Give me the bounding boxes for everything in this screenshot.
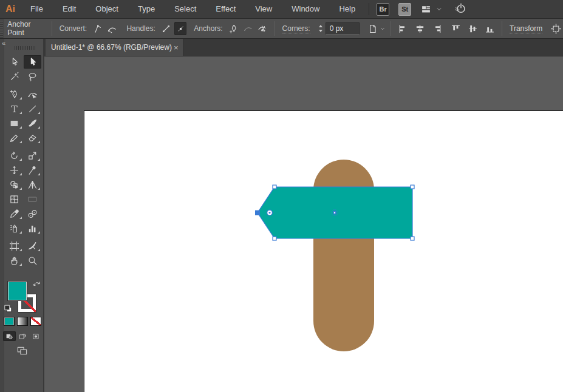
draw-normal-button[interactable]: [3, 331, 16, 341]
sign-shape[interactable]: [254, 183, 417, 242]
transform-button[interactable]: Transform: [510, 24, 542, 33]
align-vertical-center-button[interactable]: [467, 22, 479, 35]
menu-window[interactable]: Window: [282, 0, 329, 18]
corners-input[interactable]: [326, 22, 360, 35]
bridge-button[interactable]: Br: [377, 3, 389, 16]
selection-tool[interactable]: [24, 55, 41, 69]
toolbar-grip[interactable]: [15, 46, 35, 50]
workspace-switcher-button[interactable]: [420, 4, 432, 15]
rectangle-tool[interactable]: [5, 117, 23, 130]
handles-label: Handles:: [126, 24, 155, 33]
anchors-label: Anchors:: [194, 24, 222, 33]
swap-fill-stroke-icon[interactable]: [32, 280, 42, 289]
direct-selection-tool[interactable]: [5, 55, 23, 69]
corner-widget: [267, 210, 273, 215]
illustrator-window: Ai FileEditObjectTypeSelectEffectViewWin…: [0, 0, 563, 392]
perspective-grid-tool[interactable]: [24, 178, 41, 191]
pen-tool[interactable]: [5, 87, 23, 101]
divider: [275, 21, 275, 36]
paint-mode-buttons: [4, 317, 41, 326]
align-horizontal-left-button[interactable]: [397, 22, 409, 35]
align-vertical-bottom-button[interactable]: [483, 22, 496, 35]
close-icon[interactable]: ×: [172, 42, 180, 53]
document-options-button[interactable]: [367, 22, 379, 35]
document-tab-label: Untitled-1* @ 66.67% (RGB/Preview): [51, 43, 172, 52]
draw-inside-button[interactable]: [30, 331, 43, 341]
none-button[interactable]: [30, 317, 41, 326]
stepper-down-icon[interactable]: [318, 29, 324, 33]
collapse-panel-button[interactable]: «: [2, 39, 5, 47]
menubar-divider: [369, 3, 369, 15]
type-tool[interactable]: [5, 102, 23, 115]
app-logo: Ai: [0, 4, 21, 15]
menu-view[interactable]: View: [245, 0, 282, 18]
symbol-sprayer-tool[interactable]: [5, 221, 23, 235]
curvature-tool[interactable]: [24, 87, 41, 101]
align-horizontal-center-button[interactable]: [414, 22, 426, 35]
shape-builder-tool[interactable]: [5, 178, 23, 191]
stepper-up-icon[interactable]: [318, 24, 324, 29]
width-tool[interactable]: [5, 163, 23, 177]
cut-path-button[interactable]: [256, 22, 268, 35]
zoom-tool[interactable]: [24, 254, 41, 267]
paintbrush-tool[interactable]: [24, 117, 41, 130]
control-bar-grip[interactable]: [0, 19, 4, 38]
hide-handles-button[interactable]: [174, 22, 186, 35]
default-fill-stroke-icon[interactable]: [4, 304, 13, 313]
eyedropper-tool[interactable]: [5, 207, 23, 220]
slice-tool[interactable]: [24, 239, 41, 252]
gradient-button[interactable]: [17, 317, 28, 326]
remove-anchor-button: [242, 22, 254, 35]
menu-file[interactable]: File: [21, 0, 53, 18]
align-vertical-top-button[interactable]: [450, 22, 462, 35]
shaper-tool[interactable]: [5, 131, 23, 144]
artboard[interactable]: [84, 111, 563, 392]
isolate-selected-object-button[interactable]: [550, 22, 562, 35]
scale-tool[interactable]: [24, 149, 41, 162]
document-tab[interactable]: Untitled-1* @ 66.67% (RGB/Preview) ×: [46, 39, 184, 56]
magic-wand-tool[interactable]: [5, 70, 23, 83]
gradient-tool[interactable]: [24, 192, 41, 206]
lasso-tool[interactable]: [24, 70, 41, 83]
context-label: Anchor Point: [7, 20, 46, 37]
hand-tool[interactable]: [5, 254, 23, 267]
menu-items: FileEditObjectTypeSelectEffectViewWindow…: [21, 0, 365, 18]
eraser-tool[interactable]: [24, 131, 41, 144]
menu-object[interactable]: Object: [86, 0, 128, 18]
toolbar-panel: «: [0, 39, 44, 392]
color-button[interactable]: [4, 317, 15, 326]
chevron-down-icon[interactable]: [380, 25, 386, 32]
corners-stepper[interactable]: [318, 24, 324, 33]
rotate-tool[interactable]: [5, 149, 23, 162]
blend-tool[interactable]: [24, 207, 41, 220]
corners-label[interactable]: Corners:: [282, 24, 310, 33]
document-tab-bar: Untitled-1* @ 66.67% (RGB/Preview) ×: [44, 39, 563, 56]
convert-to-corner-button[interactable]: [92, 22, 104, 35]
menu-type[interactable]: Type: [128, 0, 165, 18]
menu-select[interactable]: Select: [165, 0, 206, 18]
column-graph-tool[interactable]: [24, 221, 41, 235]
control-bar: Anchor Point Convert: Handles: Anchors: …: [0, 18, 563, 39]
add-anchor-button[interactable]: [228, 22, 240, 35]
convert-label: Convert:: [60, 24, 87, 33]
canvas-area[interactable]: [44, 56, 563, 392]
touch-workspace-button[interactable]: [454, 2, 468, 16]
stock-button[interactable]: St: [398, 3, 411, 16]
menu-effect[interactable]: Effect: [206, 0, 245, 18]
menu-help[interactable]: Help: [329, 0, 365, 18]
chevron-down-icon[interactable]: [435, 5, 443, 13]
align-horizontal-right-button[interactable]: [431, 22, 443, 35]
puppet-warp-tool[interactable]: [24, 163, 41, 177]
show-handles-button[interactable]: [160, 22, 172, 35]
divider: [52, 21, 52, 36]
mesh-tool[interactable]: [5, 192, 23, 206]
draw-behind-button[interactable]: [16, 331, 29, 341]
convert-to-smooth-button[interactable]: [106, 22, 118, 35]
fill-color-swatch[interactable]: [8, 282, 27, 300]
line-segment-tool[interactable]: [24, 102, 41, 115]
selected-anchor-point: [255, 211, 260, 215]
tool-grid: [4, 55, 42, 268]
change-screen-mode-button[interactable]: [15, 345, 29, 356]
artboard-tool[interactable]: [5, 239, 23, 252]
menu-edit[interactable]: Edit: [53, 0, 86, 18]
